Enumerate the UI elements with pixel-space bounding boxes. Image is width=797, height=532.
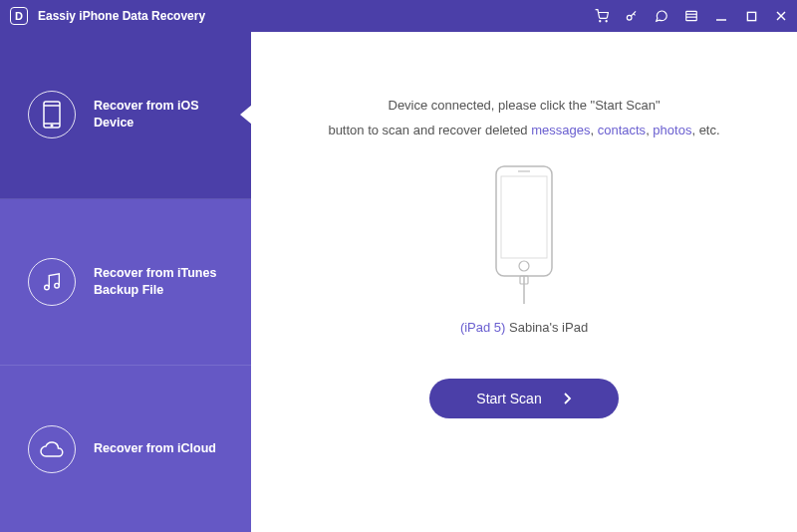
- link-photos[interactable]: photos: [653, 123, 691, 137]
- chevron-right-icon: [564, 393, 572, 404]
- sidebar-item-icloud[interactable]: Recover from iCloud: [0, 366, 251, 532]
- device-name: Sabina's iPad: [505, 320, 588, 335]
- feedback-icon[interactable]: [654, 8, 669, 24]
- link-messages[interactable]: messages: [531, 123, 590, 137]
- titlebar: D Eassiy iPhone Data Recovery: [0, 0, 797, 32]
- app-window: D Eassiy iPhone Data Recovery: [0, 0, 797, 532]
- svg-point-2: [627, 15, 632, 20]
- svg-rect-3: [686, 11, 697, 20]
- start-scan-label: Start Scan: [476, 391, 541, 406]
- svg-point-0: [600, 21, 601, 22]
- app-title: Eassiy iPhone Data Recovery: [38, 9, 594, 23]
- app-logo-icon: D: [10, 7, 28, 25]
- svg-point-1: [606, 21, 607, 22]
- app-body: Recover from iOS Device Recover from iTu…: [0, 32, 797, 532]
- instruction-text: Device connected, please click the "Star…: [328, 94, 719, 142]
- start-scan-button[interactable]: Start Scan: [429, 379, 619, 418]
- sidebar-item-label: Recover from iTunes Backup File: [94, 265, 235, 299]
- menu-icon[interactable]: [683, 8, 699, 24]
- minimize-button[interactable]: [713, 8, 729, 24]
- main-panel: Device connected, please click the "Star…: [251, 32, 797, 532]
- key-icon[interactable]: [624, 8, 640, 24]
- sidebar-item-label: Recover from iCloud: [94, 440, 216, 457]
- sidebar-item-label: Recover from iOS Device: [94, 98, 235, 132]
- window-controls: [594, 8, 789, 24]
- close-button[interactable]: [773, 8, 789, 24]
- device-graphic: [474, 164, 574, 304]
- svg-rect-16: [496, 166, 552, 276]
- phone-icon: [28, 91, 76, 138]
- device-label: (iPad 5) Sabina's iPad: [460, 320, 588, 335]
- svg-rect-7: [747, 12, 755, 20]
- music-note-icon: [28, 258, 76, 306]
- device-model: (iPad 5): [460, 320, 506, 335]
- link-contacts[interactable]: contacts: [598, 123, 646, 137]
- svg-point-15: [55, 283, 60, 288]
- cart-icon[interactable]: [594, 8, 610, 24]
- sidebar: Recover from iOS Device Recover from iTu…: [0, 32, 251, 532]
- svg-rect-17: [501, 176, 547, 258]
- cloud-icon: [28, 425, 76, 473]
- sidebar-item-ios-device[interactable]: Recover from iOS Device: [0, 32, 251, 199]
- svg-point-18: [519, 261, 529, 271]
- svg-point-14: [45, 285, 50, 290]
- maximize-button[interactable]: [743, 8, 759, 24]
- svg-point-13: [51, 126, 53, 128]
- sidebar-item-itunes-backup[interactable]: Recover from iTunes Backup File: [0, 199, 251, 367]
